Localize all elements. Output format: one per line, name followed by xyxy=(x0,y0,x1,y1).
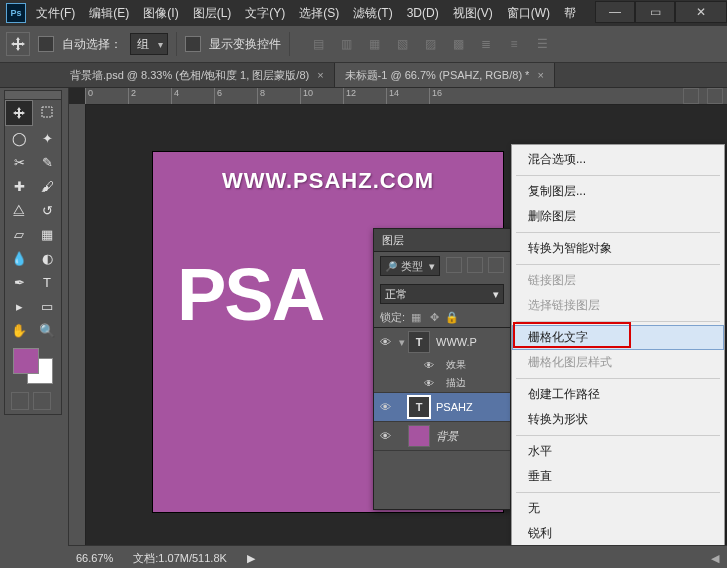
layers-panel-tab[interactable]: 图层 xyxy=(374,229,510,252)
quick-mask-row xyxy=(5,388,61,414)
move-tool-indicator[interactable] xyxy=(6,32,30,56)
filter-icon[interactable] xyxy=(467,257,483,273)
zoom-tool[interactable]: 🔍 xyxy=(33,318,61,342)
visibility-icon[interactable]: 👁 xyxy=(374,430,396,442)
menu-convert-shape[interactable]: 转换为形状 xyxy=(512,407,724,432)
blur-tool[interactable]: 💧 xyxy=(5,246,33,270)
lock-pixels-icon[interactable]: ▦ xyxy=(409,310,423,324)
visibility-icon[interactable]: 👁 xyxy=(374,401,396,413)
align-icon[interactable]: ▨ xyxy=(418,32,442,56)
menu-vertical[interactable]: 垂直 xyxy=(512,464,724,489)
doc-size[interactable]: 文档:1.07M/511.8K xyxy=(133,551,227,566)
menu-file[interactable]: 文件(F) xyxy=(36,5,75,22)
layer-item[interactable]: 👁 ▾ T WWW.P 👁效果 👁描边 xyxy=(374,328,510,393)
healing-tool[interactable]: ✚ xyxy=(5,174,33,198)
zoom-level[interactable]: 66.67% xyxy=(76,552,113,564)
pen-tool[interactable]: ✒ xyxy=(5,270,33,294)
minimize-button[interactable]: — xyxy=(595,1,635,23)
marquee-tool[interactable] xyxy=(33,100,61,124)
visibility-icon[interactable]: 👁 xyxy=(374,336,396,348)
ruler-horizontal[interactable]: 02 46 810 1214 16 xyxy=(85,88,727,105)
distribute-icon[interactable]: ≡ xyxy=(502,32,526,56)
doc-tab-2[interactable]: 未标题-1 @ 66.7% (PSAHZ, RGB/8) * × xyxy=(335,63,555,87)
wand-tool[interactable]: ✦ xyxy=(33,126,61,150)
close-icon[interactable]: × xyxy=(537,69,543,81)
menu-horizontal[interactable]: 水平 xyxy=(512,439,724,464)
shape-tool[interactable]: ▭ xyxy=(33,294,61,318)
svg-rect-0 xyxy=(42,107,52,117)
auto-select-checkbox[interactable] xyxy=(38,36,54,52)
foreground-color[interactable] xyxy=(13,348,39,374)
panel-toggle-icon[interactable] xyxy=(683,88,699,104)
move-tool[interactable] xyxy=(5,100,33,126)
menu-image[interactable]: 图像(I) xyxy=(143,5,178,22)
chevron-down-icon[interactable]: ▾ xyxy=(396,336,408,349)
menu-blending-options[interactable]: 混合选项... xyxy=(512,147,724,172)
auto-select-target[interactable]: 组 xyxy=(130,33,168,55)
show-transform-label: 显示变换控件 xyxy=(209,36,281,53)
title-bar: Ps 文件(F) 编辑(E) 图像(I) 图层(L) 文字(Y) 选择(S) 滤… xyxy=(0,0,727,26)
screen-mode-toggle[interactable] xyxy=(33,392,51,410)
menu-window[interactable]: 窗口(W) xyxy=(507,5,550,22)
menu-filter[interactable]: 滤镜(T) xyxy=(353,5,392,22)
blend-mode-select[interactable]: 正常 xyxy=(380,284,504,304)
align-icon[interactable]: ▩ xyxy=(446,32,470,56)
align-icon[interactable]: ▧ xyxy=(390,32,414,56)
doc-tab-1[interactable]: 背景墙.psd @ 8.33% (色相/饱和度 1, 图层蒙版/8) × xyxy=(60,63,335,87)
menu-create-workpath[interactable]: 创建工作路径 xyxy=(512,382,724,407)
lock-all-icon[interactable]: 🔒 xyxy=(445,310,459,324)
brush-tool[interactable]: 🖌 xyxy=(33,174,61,198)
menu-type[interactable]: 文字(Y) xyxy=(245,5,285,22)
menu-rasterize-text[interactable]: 栅格化文字 xyxy=(512,325,724,350)
close-icon[interactable]: × xyxy=(317,69,323,81)
layer-item[interactable]: 👁 背景 xyxy=(374,422,510,451)
menu-delete-layer[interactable]: 删除图层 xyxy=(512,204,724,229)
close-button[interactable]: ✕ xyxy=(675,1,727,23)
menu-copy-layer[interactable]: 复制图层... xyxy=(512,179,724,204)
menu-layer[interactable]: 图层(L) xyxy=(193,5,232,22)
distribute-icon[interactable]: ☰ xyxy=(530,32,554,56)
crop-tool[interactable]: ✂ xyxy=(5,150,33,174)
color-swatches xyxy=(5,342,61,388)
menu-help[interactable]: 帮 xyxy=(564,5,576,22)
menu-convert-smart[interactable]: 转换为智能对象 xyxy=(512,236,724,261)
stamp-tool[interactable]: ⧋ xyxy=(5,198,33,222)
menu-view[interactable]: 视图(V) xyxy=(453,5,493,22)
menu-link-layers: 链接图层 xyxy=(512,268,724,293)
layer-filter-kind[interactable]: 类型 xyxy=(380,256,440,276)
quick-mask-toggle[interactable] xyxy=(11,392,29,410)
align-icon[interactable]: ▤ xyxy=(306,32,330,56)
lasso-tool[interactable]: ◯ xyxy=(5,126,33,150)
separator xyxy=(516,492,720,493)
show-transform-checkbox[interactable] xyxy=(185,36,201,52)
menu-select[interactable]: 选择(S) xyxy=(299,5,339,22)
gradient-tool[interactable]: ▦ xyxy=(33,222,61,246)
type-tool[interactable]: T xyxy=(33,270,61,294)
maximize-button[interactable]: ▭ xyxy=(635,1,675,23)
path-select-tool[interactable]: ▸ xyxy=(5,294,33,318)
menu-3d[interactable]: 3D(D) xyxy=(407,6,439,20)
history-brush-tool[interactable]: ↺ xyxy=(33,198,61,222)
align-icon[interactable]: ▥ xyxy=(334,32,358,56)
menu-aa-sharp[interactable]: 锐利 xyxy=(512,521,724,546)
chevron-right-icon[interactable]: ▶ xyxy=(247,552,255,565)
dodge-tool[interactable]: ◐ xyxy=(33,246,61,270)
auto-select-label: 自动选择： xyxy=(62,36,122,53)
eyedropper-tool[interactable]: ✎ xyxy=(33,150,61,174)
eraser-tool[interactable]: ▱ xyxy=(5,222,33,246)
hand-tool[interactable]: ✋ xyxy=(5,318,33,342)
filter-icon[interactable] xyxy=(488,257,504,273)
lock-position-icon[interactable]: ✥ xyxy=(427,310,441,324)
ruler-vertical[interactable] xyxy=(69,104,86,546)
visibility-icon[interactable]: 👁 xyxy=(418,378,440,389)
layer-item[interactable]: 👁 T PSAHZ xyxy=(374,393,510,422)
visibility-icon[interactable]: 👁 xyxy=(418,360,440,371)
scroll-arrow-icon[interactable]: ◀ xyxy=(711,552,719,565)
panel-toggle-icon[interactable] xyxy=(707,88,723,104)
distribute-icon[interactable]: ≣ xyxy=(474,32,498,56)
align-icon[interactable]: ▦ xyxy=(362,32,386,56)
menu-aa-none[interactable]: 无 xyxy=(512,496,724,521)
filter-icon[interactable] xyxy=(446,257,462,273)
toolbox-grip[interactable] xyxy=(5,91,61,100)
menu-edit[interactable]: 编辑(E) xyxy=(89,5,129,22)
